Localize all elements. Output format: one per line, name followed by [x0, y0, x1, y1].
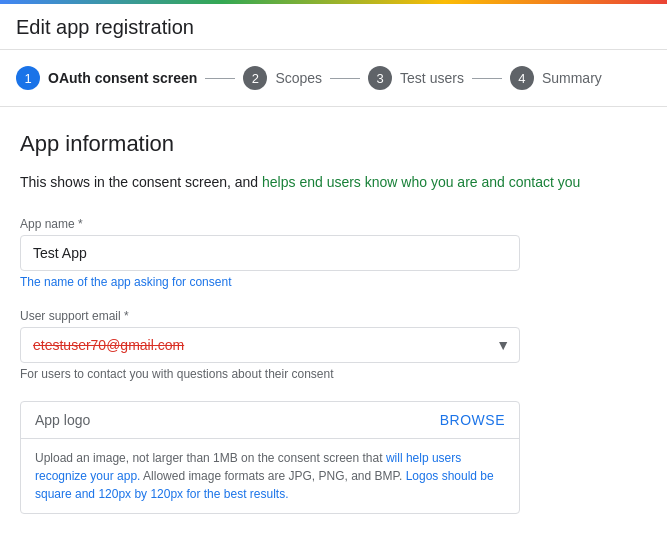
step-2-label: Scopes	[275, 70, 322, 86]
email-select[interactable]: etestuser70@gmail.com	[20, 327, 520, 363]
page-title: Edit app registration	[16, 16, 651, 39]
step-3[interactable]: 3 Test users	[368, 66, 464, 90]
browse-button[interactable]: BROWSE	[440, 412, 505, 428]
step-2-circle: 2	[243, 66, 267, 90]
description-highlight: helps end users know who you are and con…	[262, 174, 580, 190]
step-1-circle: 1	[16, 66, 40, 90]
step-divider-3	[472, 78, 502, 79]
app-name-hint: The name of the app asking for consent	[20, 275, 647, 289]
app-name-input[interactable]	[20, 235, 520, 271]
email-hint: For users to contact you with questions …	[20, 367, 647, 381]
logo-hint: Upload an image, not larger than 1MB on …	[21, 439, 519, 513]
main-content: App information This shows in the consen…	[0, 107, 667, 558]
step-divider-2	[330, 78, 360, 79]
description: This shows in the consent screen, and he…	[20, 171, 647, 193]
email-group: User support email * etestuser70@gmail.c…	[20, 309, 647, 381]
logo-header: App logo BROWSE	[21, 402, 519, 439]
step-4[interactable]: 4 Summary	[510, 66, 602, 90]
step-3-label: Test users	[400, 70, 464, 86]
logo-section: App logo BROWSE Upload an image, not lar…	[20, 401, 520, 514]
email-label: User support email *	[20, 309, 647, 323]
step-4-circle: 4	[510, 66, 534, 90]
step-2[interactable]: 2 Scopes	[243, 66, 322, 90]
logo-hint-text-1: Upload an image, not larger than 1MB on …	[35, 451, 386, 465]
email-select-wrapper: etestuser70@gmail.com ▼	[20, 327, 520, 363]
app-name-group: App name * The name of the app asking fo…	[20, 217, 647, 289]
description-text-1: This shows in the consent screen, and	[20, 174, 262, 190]
app-name-label: App name *	[20, 217, 647, 231]
step-4-label: Summary	[542, 70, 602, 86]
logo-label: App logo	[35, 412, 90, 428]
section-title: App information	[20, 131, 647, 157]
step-3-circle: 3	[368, 66, 392, 90]
step-divider-1	[205, 78, 235, 79]
header: Edit app registration	[0, 4, 667, 50]
logo-hint-text-2: Allowed image formats are JPG, PNG, and …	[140, 469, 405, 483]
step-1[interactable]: 1 OAuth consent screen	[16, 66, 197, 90]
stepper: 1 OAuth consent screen 2 Scopes 3 Test u…	[0, 50, 667, 107]
logo-group: App logo BROWSE Upload an image, not lar…	[20, 401, 647, 514]
step-1-label: OAuth consent screen	[48, 70, 197, 86]
